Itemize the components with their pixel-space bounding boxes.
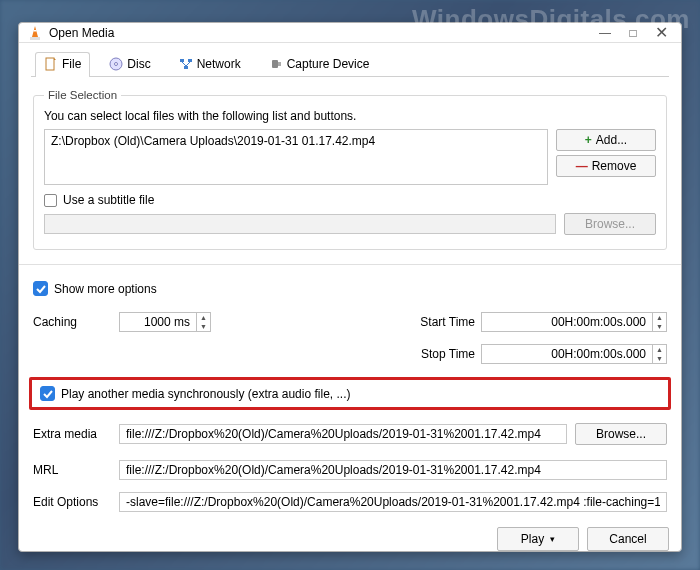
svg-rect-9 [184,66,188,69]
extra-media-browse-button[interactable]: Browse... [575,423,667,445]
tab-capture-device[interactable]: Capture Device [260,52,379,77]
chevron-down-icon[interactable]: ▼ [653,354,666,363]
play-button[interactable]: Play ▾ [497,527,579,551]
use-subtitle-label: Use a subtitle file [63,193,154,207]
file-selection-group: File Selection You can select local file… [33,89,667,250]
start-time-label: Start Time [413,315,475,329]
open-media-dialog: Open Media — □ ✕ File Disc Network Captu… [18,22,682,552]
app-icon [27,25,43,41]
mrl-input[interactable] [119,460,667,480]
plus-icon: + [585,133,592,147]
svg-rect-8 [188,59,192,62]
remove-button-label: Remove [592,159,637,173]
show-more-options-label: Show more options [54,282,157,296]
caching-spinbox[interactable]: ▲▼ [119,312,211,332]
file-list[interactable]: Z:\Dropbox (Old)\Camera Uploads\2019-01-… [44,129,548,185]
start-time-spinbox[interactable]: ▲▼ [481,312,667,332]
subtitle-browse-label: Browse... [585,217,635,231]
file-list-item[interactable]: Z:\Dropbox (Old)\Camera Uploads\2019-01-… [51,134,541,148]
stop-time-spinbox[interactable]: ▲▼ [481,344,667,364]
disc-icon [109,57,123,71]
highlight-annotation: Play another media synchronously (extra … [29,377,671,410]
extra-media-label: Extra media [33,427,111,441]
subtitle-path-input [44,214,556,234]
minus-icon: — [576,159,588,173]
add-button[interactable]: + Add... [556,129,656,151]
file-selection-hint: You can select local files with the foll… [44,109,656,123]
file-icon [44,57,58,71]
svg-marker-4 [54,58,56,60]
svg-rect-7 [180,59,184,62]
tab-strip: File Disc Network Capture Device [31,51,669,77]
tab-network[interactable]: Network [170,52,250,77]
caching-value[interactable] [120,313,196,331]
check-icon [43,389,53,399]
dropdown-arrow-icon: ▾ [550,534,555,544]
svg-rect-3 [46,58,54,70]
divider [19,264,681,265]
edit-options-label: Edit Options [33,495,111,509]
use-subtitle-checkbox[interactable] [44,194,57,207]
tab-network-label: Network [197,57,241,71]
mrl-label: MRL [33,463,111,477]
edit-options-input[interactable] [119,492,667,512]
caching-label: Caching [33,315,111,329]
svg-rect-13 [278,62,281,66]
tab-file[interactable]: File [35,52,90,77]
chevron-up-icon[interactable]: ▲ [197,313,210,322]
svg-rect-2 [34,30,37,32]
cancel-button-label: Cancel [609,532,646,546]
chevron-up-icon[interactable]: ▲ [653,345,666,354]
add-button-label: Add... [596,133,627,147]
stop-time-label: Stop Time [413,347,475,361]
tab-capture-label: Capture Device [287,57,370,71]
tab-disc-label: Disc [127,57,150,71]
show-more-options-checkbox[interactable] [33,281,48,296]
svg-point-6 [115,63,118,66]
network-icon [179,57,193,71]
svg-line-11 [186,62,190,66]
capture-icon [269,57,283,71]
extra-media-input[interactable] [119,424,567,444]
play-button-label: Play [521,532,544,546]
play-sync-checkbox[interactable] [40,386,55,401]
svg-rect-1 [30,37,40,40]
extra-media-browse-label: Browse... [596,427,646,441]
start-time-value[interactable] [482,313,652,331]
svg-rect-12 [272,60,278,68]
cancel-button[interactable]: Cancel [587,527,669,551]
tab-file-label: File [62,57,81,71]
check-icon [36,284,46,294]
play-sync-label: Play another media synchronously (extra … [61,387,350,401]
tab-disc[interactable]: Disc [100,52,159,77]
chevron-down-icon[interactable]: ▼ [197,322,210,331]
chevron-up-icon[interactable]: ▲ [653,313,666,322]
file-selection-legend: File Selection [44,89,121,101]
svg-line-10 [182,62,186,66]
chevron-down-icon[interactable]: ▼ [653,322,666,331]
stop-time-value[interactable] [482,345,652,363]
subtitle-browse-button: Browse... [564,213,656,235]
watermark-text: WindowsDigitals.com [412,4,690,35]
remove-button[interactable]: — Remove [556,155,656,177]
